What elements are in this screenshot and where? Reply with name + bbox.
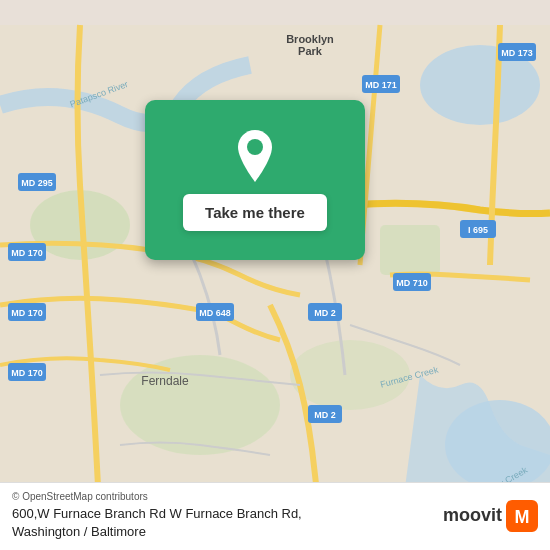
svg-text:MD 171: MD 171: [365, 80, 397, 90]
bottom-left-info: © OpenStreetMap contributors 600,W Furna…: [12, 491, 302, 540]
map-background: MD 295 MD 173 MD 171 I 695 I 8958 MD 170…: [0, 0, 550, 550]
moovit-icon: M: [506, 500, 538, 532]
osm-credit-text: © OpenStreetMap contributors: [12, 491, 148, 502]
svg-text:MD 2: MD 2: [314, 410, 336, 420]
svg-text:MD 710: MD 710: [396, 278, 428, 288]
svg-text:I 695: I 695: [468, 225, 488, 235]
svg-point-38: [247, 139, 263, 155]
svg-text:MD 648: MD 648: [199, 308, 231, 318]
svg-rect-5: [380, 225, 440, 275]
moovit-logo: moovit M: [443, 500, 538, 532]
svg-text:MD 295: MD 295: [21, 178, 53, 188]
svg-text:MD 170: MD 170: [11, 368, 43, 378]
map-container: MD 295 MD 173 MD 171 I 695 I 8958 MD 170…: [0, 0, 550, 550]
svg-text:Brooklyn: Brooklyn: [286, 33, 334, 45]
svg-text:MD 173: MD 173: [501, 48, 533, 58]
svg-text:Ferndale: Ferndale: [141, 374, 189, 388]
location-pin-icon: [233, 130, 277, 182]
svg-point-6: [120, 355, 280, 455]
address-text: 600,W Furnace Branch Rd W Furnace Branch…: [12, 506, 302, 539]
take-me-there-button[interactable]: Take me there: [183, 194, 327, 231]
svg-text:M: M: [515, 507, 530, 527]
osm-credit: © OpenStreetMap contributors: [12, 491, 302, 502]
moovit-logo-text: moovit: [443, 505, 502, 526]
location-card: Take me there: [145, 100, 365, 260]
svg-text:MD 2: MD 2: [314, 308, 336, 318]
bottom-bar: © OpenStreetMap contributors 600,W Furna…: [0, 482, 550, 550]
svg-text:Park: Park: [298, 45, 323, 57]
svg-point-7: [290, 340, 410, 410]
svg-text:MD 170: MD 170: [11, 248, 43, 258]
address-line: 600,W Furnace Branch Rd W Furnace Branch…: [12, 504, 302, 540]
svg-text:MD 170: MD 170: [11, 308, 43, 318]
